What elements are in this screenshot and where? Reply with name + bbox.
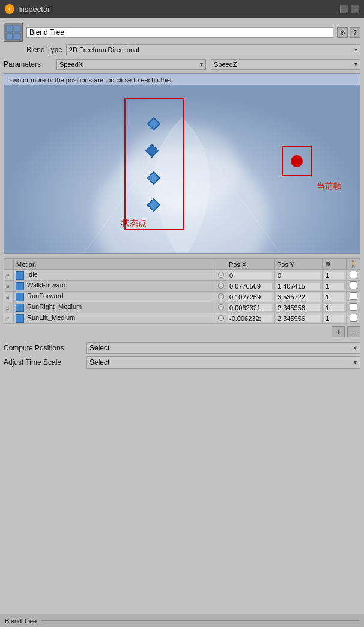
motion-clip-icon <box>16 293 24 301</box>
motion-clip-icon <box>16 314 24 323</box>
compute-select-wrapper: Select Velocity Speed ▼ <box>86 342 360 354</box>
drag-handle[interactable]: ≡ <box>4 313 14 324</box>
motion-dot-icon[interactable] <box>218 304 224 310</box>
motion-dot-icon[interactable] <box>218 315 224 321</box>
motion-dot-cell[interactable] <box>216 270 226 281</box>
motion-val-cell[interactable] <box>323 270 347 281</box>
blend-visualization[interactable]: Two or more of the positions are too clo… <box>4 73 360 254</box>
val-input[interactable] <box>324 283 344 290</box>
compute-select[interactable]: Select Velocity Speed <box>86 342 360 354</box>
motion-dot-icon[interactable] <box>218 283 224 289</box>
motion-posx-cell[interactable] <box>226 292 275 302</box>
posy-input[interactable] <box>276 304 320 311</box>
motion-dot-cell[interactable] <box>216 302 226 313</box>
state-point-label: 状态点 <box>121 218 147 229</box>
blend-tree-name-input[interactable] <box>26 27 333 38</box>
parameters-row: Parameters SpeedX SpeedZ Speed ▼ SpeedX … <box>4 59 360 70</box>
drag-handle[interactable]: ≡ <box>4 270 14 281</box>
blend-type-select-wrapper: 2D Freeform Directional 2D Freeform Cart… <box>66 44 360 55</box>
motion-checkbox[interactable] <box>350 281 357 289</box>
help-icon-btn[interactable]: ? <box>350 27 360 38</box>
svg-rect-1 <box>14 25 20 32</box>
posy-input[interactable] <box>276 272 320 279</box>
motion-posy-cell[interactable] <box>275 270 323 281</box>
table-row: ≡ WalkForward <box>4 281 360 292</box>
motion-name: RunLift_Medium <box>27 314 75 321</box>
parameters-label: Parameters <box>4 60 52 69</box>
maximize-button[interactable] <box>351 5 359 13</box>
motion-val-cell[interactable] <box>323 313 347 324</box>
svg-rect-0 <box>6 25 13 32</box>
bottom-bar-line <box>41 620 359 621</box>
current-frame-indicator <box>291 155 303 167</box>
motion-dot-cell[interactable] <box>216 313 226 324</box>
blend-tree-header: ⚙ ? <box>4 23 360 42</box>
motion-name: WalkForward <box>27 281 65 289</box>
param1-select-wrapper: SpeedX SpeedZ Speed ▼ <box>56 59 206 70</box>
motion-posx-cell[interactable] <box>226 313 275 324</box>
remove-motion-button[interactable]: − <box>347 326 360 337</box>
motion-name-cell: RunLift_Medium <box>14 313 216 324</box>
title-bar: i Inspector <box>0 0 364 18</box>
motion-checkbox-cell[interactable] <box>347 281 360 292</box>
settings-icon-btn[interactable]: ⚙ <box>337 27 348 38</box>
motion-val-cell[interactable] <box>323 292 347 302</box>
inspector-icon: i <box>5 4 14 14</box>
motion-dot-icon[interactable] <box>218 272 224 278</box>
motion-checkbox-cell[interactable] <box>347 313 360 324</box>
motion-checkbox-cell[interactable] <box>347 302 360 313</box>
posx-input[interactable] <box>228 283 272 290</box>
posx-input[interactable] <box>228 304 272 311</box>
blend-type-label: Blend Type <box>26 46 62 54</box>
motion-dot-cell[interactable] <box>216 281 226 292</box>
val-input[interactable] <box>324 315 344 322</box>
blend-type-select[interactable]: 2D Freeform Directional 2D Freeform Cart… <box>66 44 360 55</box>
add-motion-button[interactable]: + <box>332 326 345 337</box>
blend-tree-icon <box>4 23 23 42</box>
col-handle <box>4 259 14 270</box>
param1-select[interactable]: SpeedX SpeedZ Speed <box>56 59 206 70</box>
motion-posy-cell[interactable] <box>275 292 323 302</box>
motion-dot-cell[interactable] <box>216 292 226 302</box>
drag-handle[interactable]: ≡ <box>4 281 14 292</box>
minimize-button[interactable] <box>340 5 348 13</box>
param2-select-wrapper: SpeedX SpeedZ Speed ▼ <box>211 59 360 70</box>
param2-select[interactable]: SpeedX SpeedZ Speed <box>211 59 360 70</box>
motion-posx-cell[interactable] <box>226 302 275 313</box>
col-walk-icon: 🚶 <box>347 259 360 270</box>
col-posy-header: Pos Y <box>275 259 323 270</box>
motion-posx-cell[interactable] <box>226 270 275 281</box>
posy-input[interactable] <box>276 283 320 290</box>
drag-handle[interactable]: ≡ <box>4 302 14 313</box>
motion-checkbox[interactable] <box>350 271 357 278</box>
col-motion-header: Motion <box>14 259 216 270</box>
motion-checkbox[interactable] <box>350 314 357 322</box>
motion-checkbox-cell[interactable] <box>347 292 360 302</box>
motion-name-cell: RunRight_Medium <box>14 302 216 313</box>
posx-input[interactable] <box>228 293 272 301</box>
motion-val-cell[interactable] <box>323 281 347 292</box>
svg-rect-2 <box>6 33 13 40</box>
val-input[interactable] <box>324 293 344 301</box>
drag-handle[interactable]: ≡ <box>4 292 14 302</box>
motion-dot-icon[interactable] <box>218 293 224 299</box>
posy-input[interactable] <box>276 315 320 322</box>
motion-checkbox-cell[interactable] <box>347 270 360 281</box>
table-row: ≡ RunLift_Medium <box>4 313 360 324</box>
motion-val-cell[interactable] <box>323 302 347 313</box>
val-input[interactable] <box>324 272 344 279</box>
motion-checkbox[interactable] <box>350 303 357 311</box>
posy-input[interactable] <box>276 293 320 301</box>
val-input[interactable] <box>324 304 344 311</box>
motion-posy-cell[interactable] <box>275 313 323 324</box>
title-bar-buttons <box>340 5 359 13</box>
motion-posy-cell[interactable] <box>275 281 323 292</box>
motion-posy-cell[interactable] <box>275 302 323 313</box>
posx-input[interactable] <box>228 315 272 322</box>
motion-posx-cell[interactable] <box>226 281 275 292</box>
adjust-select[interactable]: Select Homogeneous Speed <box>86 356 360 369</box>
posx-input[interactable] <box>228 272 272 279</box>
table-row: ≡ RunForward <box>4 292 360 302</box>
table-row: ≡ RunRight_Medium <box>4 302 360 313</box>
motion-checkbox[interactable] <box>350 292 357 300</box>
